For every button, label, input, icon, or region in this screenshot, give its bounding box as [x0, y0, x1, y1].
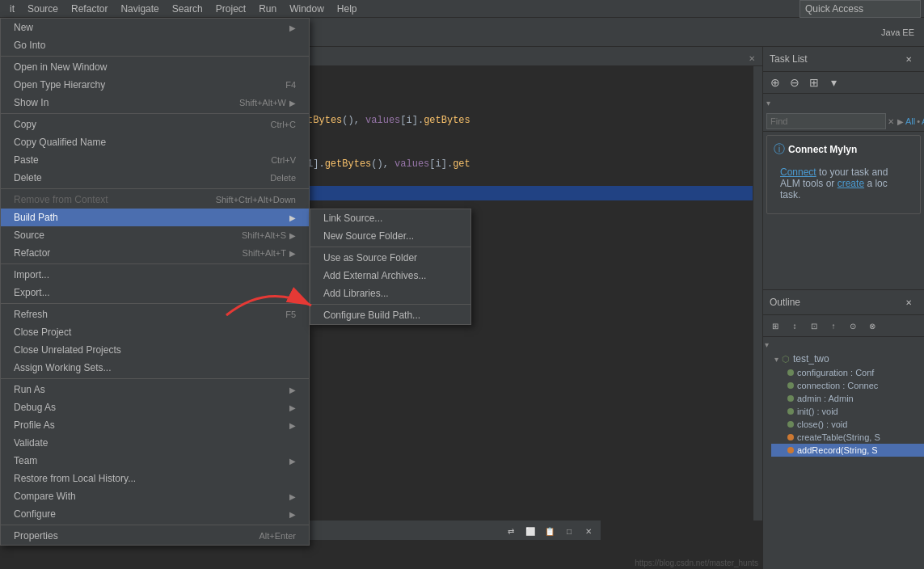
menu-open-window[interactable]: Open in New Window: [1, 58, 309, 76]
menu-refresh[interactable]: Refresh F5: [1, 306, 309, 323]
outline-dot-4: [787, 421, 794, 428]
outline-label-5: createTable(String, S: [797, 432, 880, 442]
separator-6: [1, 378, 309, 379]
quick-access-input[interactable]: Quick Access: [800, 0, 921, 18]
outline-item-3[interactable]: init() : void: [771, 405, 924, 418]
menu-open-type-hierarchy[interactable]: Open Type Hierarchy F4: [1, 76, 309, 94]
menu-assign-working-sets[interactable]: Assign Working Sets...: [1, 359, 309, 377]
menu-compare-with[interactable]: Compare With ▶: [1, 487, 309, 505]
outline-item-2[interactable]: admin : Admin: [771, 392, 924, 405]
task-collapse-btn[interactable]: ▾: [825, 74, 842, 91]
outline-item-4[interactable]: close() : void: [771, 418, 924, 431]
separator-5: [1, 303, 309, 304]
outline-label-6: addRecord(String, S: [797, 445, 878, 455]
console-close-btn[interactable]: ✕: [580, 522, 597, 540]
menu-profile-as[interactable]: Profile As ▶: [1, 416, 309, 434]
close-panel-btn[interactable]: ✕: [745, 51, 759, 65]
menu-item-refactor[interactable]: Refactor: [65, 2, 114, 16]
find-input[interactable]: [766, 113, 886, 129]
outline-btn4[interactable]: ↑: [825, 317, 842, 335]
outline-title: Outline: [770, 297, 800, 308]
menu-refresh-shortcut: F5: [285, 310, 296, 319]
menu-new-label: New: [14, 22, 33, 33]
menu-restore-history[interactable]: Restore from Local History...: [1, 470, 309, 487]
outline-item-0[interactable]: configuration : Conf: [771, 366, 924, 379]
outline-btn3[interactable]: ⊡: [805, 317, 823, 335]
menu-copy[interactable]: Copy Ctrl+C: [1, 116, 309, 133]
submenu-add-libraries-label: Add Libraries...: [323, 288, 389, 299]
find-bar: ✕ ▶ All • Activa: [763, 112, 924, 132]
console-btn-1[interactable]: ⇄: [502, 522, 520, 540]
menu-remove-context-label: Remove from Context: [14, 194, 108, 205]
menu-item-window[interactable]: Window: [283, 2, 331, 16]
menu-item-it[interactable]: it: [3, 2, 21, 16]
console-btn-3[interactable]: 📋: [541, 522, 559, 540]
menu-paste[interactable]: Paste Ctrl+V: [1, 151, 309, 169]
menu-validate[interactable]: Validate: [1, 434, 309, 452]
task-filter-btn[interactable]: ⊞: [805, 74, 823, 91]
outline-item-5[interactable]: createTable(String, S: [771, 431, 924, 444]
toolbar-java-ee[interactable]: Java EE: [875, 23, 921, 41]
menu-item-project[interactable]: Project: [209, 2, 252, 16]
menu-delete[interactable]: Delete Delete: [1, 169, 309, 187]
outline-btn2[interactable]: ↕: [786, 317, 804, 335]
menu-item-help[interactable]: Help: [331, 2, 364, 16]
outline-dot-0: [787, 369, 794, 376]
menu-item-source[interactable]: Source: [21, 2, 65, 16]
alm-text: ALM tools or: [780, 178, 838, 189]
task-list-close-btn[interactable]: ✕: [900, 50, 918, 68]
menu-close-unrelated[interactable]: Close Unrelated Projects: [1, 341, 309, 359]
tree-root-icon: ⬡: [782, 354, 790, 365]
menu-configure-arrow: ▶: [289, 510, 296, 519]
find-all-label[interactable]: All: [905, 116, 915, 126]
submenu-new-source-folder[interactable]: New Source Folder...: [310, 227, 470, 245]
menu-show-in[interactable]: Show In Shift+Alt+W ▶: [1, 94, 309, 112]
outline-tree: ▾ ⬡ test_two configuration : Conf connec…: [763, 352, 924, 457]
outline-btn5[interactable]: ⊙: [844, 317, 862, 335]
console-btn-2[interactable]: ⬜: [521, 522, 539, 540]
submenu-use-as-source[interactable]: Use as Source Folder: [310, 249, 470, 267]
menu-new[interactable]: New ▶: [1, 19, 309, 36]
vertical-scrollbar[interactable]: [753, 66, 762, 521]
menu-configure-label: Configure: [14, 508, 56, 520]
menu-run-as[interactable]: Run As ▶: [1, 381, 309, 398]
submenu-add-external[interactable]: Add External Archives...: [310, 267, 470, 284]
submenu-configure-build-path[interactable]: Configure Build Path...: [310, 306, 470, 324]
outline-label-3: init() : void: [797, 407, 838, 416]
menu-properties[interactable]: Properties Alt+Enter: [1, 527, 309, 545]
outline-tree-root[interactable]: ▾ ⬡ test_two: [771, 352, 924, 366]
outline-item-6[interactable]: addRecord(String, S: [771, 444, 924, 457]
menu-item-run[interactable]: Run: [252, 2, 283, 16]
create-link[interactable]: create: [838, 178, 864, 189]
outline-item-1[interactable]: connection : Connec: [771, 379, 924, 392]
console-maximize-btn[interactable]: □: [560, 522, 578, 540]
submenu-link-source[interactable]: Link Source...: [310, 209, 470, 227]
menu-export[interactable]: Export...: [1, 284, 309, 301]
menu-open-type-label: Open Type Hierarchy: [14, 79, 105, 91]
menu-item-search[interactable]: Search: [166, 2, 209, 16]
menu-open-type-shortcut: F4: [285, 80, 296, 90]
menu-close-project[interactable]: Close Project: [1, 323, 309, 341]
outline-close-btn[interactable]: ✕: [900, 293, 918, 311]
menu-source-label: Source: [14, 230, 44, 241]
outline-label-0: configuration : Conf: [797, 368, 874, 377]
connect-link[interactable]: Connect: [780, 166, 816, 178]
menu-copy-qualified[interactable]: Copy Qualified Name: [1, 133, 309, 151]
menu-source[interactable]: Source Shift+Alt+S ▶: [1, 226, 309, 244]
menu-build-path[interactable]: Build Path ▶: [1, 209, 309, 226]
outline-btn1[interactable]: ⊞: [766, 317, 784, 335]
task-new-btn[interactable]: ⊕: [766, 74, 784, 91]
menu-debug-as[interactable]: Debug As ▶: [1, 398, 309, 416]
submenu-add-libraries[interactable]: Add Libraries...: [310, 284, 470, 302]
menu-configure[interactable]: Configure ▶: [1, 505, 309, 523]
find-clear-icon[interactable]: ✕: [886, 117, 896, 126]
menu-go-into[interactable]: Go Into: [1, 36, 309, 54]
menu-item-navigate[interactable]: Navigate: [114, 2, 165, 16]
menu-team[interactable]: Team ▶: [1, 452, 309, 470]
task-delete-btn[interactable]: ⊖: [786, 74, 804, 91]
outline-btn6[interactable]: ⊗: [863, 317, 881, 335]
menu-import[interactable]: Import...: [1, 266, 309, 284]
connect-mylyn-title: Connect Mylyn: [788, 144, 857, 155]
menu-refactor[interactable]: Refactor Shift+Alt+T ▶: [1, 244, 309, 262]
menu-remove-context[interactable]: Remove from Context Shift+Ctrl+Alt+Down: [1, 191, 309, 209]
